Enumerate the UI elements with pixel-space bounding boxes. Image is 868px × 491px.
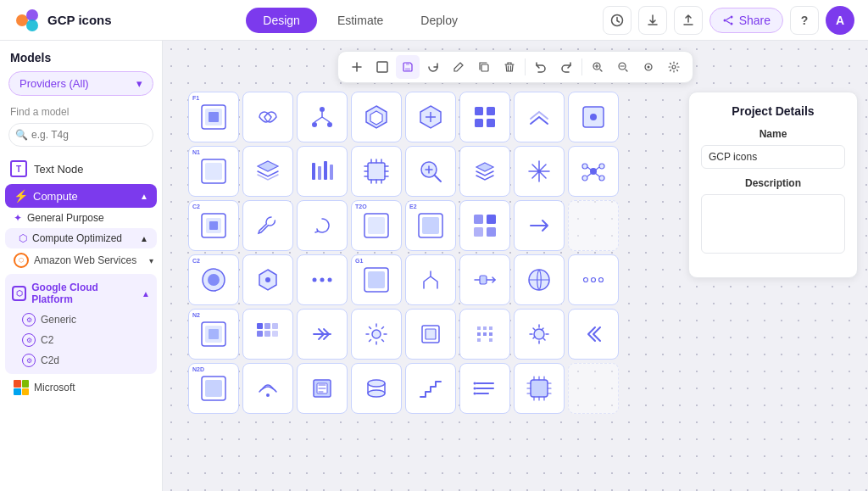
svg-point-2 <box>26 20 38 31</box>
text-node-item[interactable]: T Text Node <box>0 155 162 182</box>
compute-header[interactable]: ⚡ Compute ▲ <box>5 184 157 208</box>
grid-icon-cylinder[interactable] <box>351 363 402 414</box>
grid-icon-placeholder-r6[interactable] <box>568 363 619 414</box>
grid-icon-hex1[interactable] <box>351 92 402 142</box>
download-icon-btn[interactable] <box>638 6 667 35</box>
grid-icon-chip-complex[interactable] <box>297 363 348 414</box>
name-label: Name <box>701 128 845 140</box>
svg-point-56 <box>208 274 220 286</box>
redo-tool-btn[interactable] <box>554 55 578 79</box>
help-icon-btn[interactable]: ? <box>790 6 819 35</box>
grid-icon-blocks[interactable] <box>242 309 293 360</box>
grid-icon-globe[interactable] <box>514 254 565 305</box>
panel-title: Project Details <box>701 104 845 118</box>
compute-optimized-header[interactable]: ⬡ Compute Optimized ▲ <box>5 228 157 248</box>
grid-icon-g1[interactable]: G1 <box>351 254 402 305</box>
grid-icon-flow[interactable] <box>459 254 510 305</box>
grid-icon-grid-sq[interactable] <box>459 92 510 142</box>
grid-icon-e2[interactable]: E2 <box>405 200 456 251</box>
grid-icon-hex2[interactable] <box>405 92 456 142</box>
share-button[interactable]: Share <box>709 8 783 33</box>
grid-icon-swirl[interactable] <box>297 200 348 251</box>
header-nav: Design Estimate Deploy <box>129 8 593 33</box>
refresh-tool-btn[interactable] <box>421 55 445 79</box>
canvas-area[interactable]: F1 <box>163 41 868 491</box>
grid-icon-dbl-chevron-left[interactable] <box>568 309 619 360</box>
copy-tool-btn[interactable] <box>472 55 496 79</box>
nav-design-btn[interactable]: Design <box>246 8 317 33</box>
description-label: Description <box>701 177 845 189</box>
grid-icon-dots-2[interactable] <box>568 254 619 305</box>
grid-icon-distributed[interactable] <box>297 92 348 142</box>
pen-tool-btn[interactable] <box>447 55 470 79</box>
grid-icon-t20[interactable]: T2O <box>351 200 402 251</box>
grid-icon-stack2[interactable] <box>459 146 510 197</box>
gcp-c2-item[interactable]: ⚙ C2 <box>5 330 157 350</box>
microsoft-item[interactable]: Microsoft <box>0 376 162 399</box>
grid-icon-snowflake[interactable] <box>514 146 565 197</box>
grid-icon-loops[interactable] <box>242 92 293 142</box>
save-tool-btn[interactable] <box>396 55 420 79</box>
header-actions: Share ? A <box>603 6 854 35</box>
grid-icon-bars[interactable] <box>297 146 348 197</box>
avatar-button[interactable]: A <box>826 6 854 35</box>
description-textarea[interactable] <box>701 194 845 254</box>
svg-point-91 <box>474 393 476 395</box>
undo-tool-btn[interactable] <box>529 55 553 79</box>
upload-icon-btn[interactable] <box>674 6 703 35</box>
grid-icon-double-arrow[interactable] <box>297 309 348 360</box>
select-tool-btn[interactable] <box>370 55 394 79</box>
grid-icon-ellipsis[interactable] <box>297 254 348 305</box>
search-input[interactable] <box>8 123 153 147</box>
nav-estimate-btn[interactable]: Estimate <box>320 8 400 33</box>
grid-icon-n1[interactable]: N1 <box>188 146 239 197</box>
search-icon: 🔍 <box>15 129 28 141</box>
grid-icon-gear[interactable] <box>351 309 402 360</box>
gcp-generic-item[interactable]: ⚙ Generic <box>5 310 157 330</box>
grid-icon-cluster[interactable] <box>568 146 619 197</box>
aws-provider-item[interactable]: ⬡ Amazon Web Services ▾ <box>0 248 162 272</box>
grid-icon-frame[interactable] <box>405 309 456 360</box>
grid-icon-chip-simple[interactable] <box>514 363 565 414</box>
grid-icon-n2d[interactable]: N2D <box>188 363 239 414</box>
grid-icon-box-dot[interactable] <box>568 92 619 142</box>
toolbar-divider-2 <box>581 59 582 75</box>
grid-icon-network[interactable] <box>459 309 510 360</box>
gcp-header[interactable]: ⬡ Google Cloud Platform ▲ <box>5 277 157 310</box>
grid-icon-wrench[interactable] <box>242 200 293 251</box>
grid-icon-chevrons[interactable] <box>514 92 565 142</box>
svg-point-67 <box>592 278 596 282</box>
toolbar-divider-1 <box>525 59 526 75</box>
nav-deploy-btn[interactable]: Deploy <box>403 8 475 33</box>
grid-icon-arrow-right[interactable] <box>514 200 565 251</box>
history-icon-btn[interactable] <box>603 6 632 35</box>
grid-icon-magnify[interactable] <box>405 146 456 197</box>
grid-icon-layers[interactable] <box>242 146 293 197</box>
gcp-c2d-item[interactable]: ⚙ C2d <box>5 350 157 371</box>
settings-tool-btn[interactable] <box>662 55 686 79</box>
grid-icon-fork[interactable] <box>405 254 456 305</box>
providers-button[interactable]: Providers (All) ▾ <box>8 71 153 96</box>
grid-icon-layout[interactable] <box>459 200 510 251</box>
svg-rect-51 <box>474 215 483 224</box>
grid-icon-n2[interactable]: N2 <box>188 309 239 360</box>
grid-icon-steps[interactable] <box>405 363 456 414</box>
grid-icon-c2[interactable]: C2 <box>188 200 239 251</box>
grid-icon-list[interactable] <box>459 363 510 414</box>
zoom-out-tool-btn[interactable] <box>611 55 635 79</box>
svg-rect-7 <box>377 62 387 72</box>
grid-icon-hex-pattern[interactable] <box>242 254 293 305</box>
delete-tool-btn[interactable] <box>498 55 521 79</box>
grid-icon-sun[interactable] <box>514 309 565 360</box>
zoom-in-tool-btn[interactable] <box>586 55 609 79</box>
providers-label: Providers (All) <box>19 77 89 90</box>
add-tool-btn[interactable] <box>345 55 369 79</box>
fit-tool-btn[interactable] <box>637 55 660 79</box>
grid-icon-chip-ports[interactable] <box>351 146 402 197</box>
grid-icon-f1[interactable]: F1 <box>188 92 239 142</box>
name-input[interactable] <box>701 145 845 169</box>
grid-icon-c2-round[interactable]: C2 <box>188 254 239 305</box>
general-purpose-header[interactable]: ✦ General Purpose <box>0 208 162 228</box>
grid-icon-waves[interactable] <box>242 363 293 414</box>
grid-icon-empty1[interactable] <box>568 200 619 251</box>
